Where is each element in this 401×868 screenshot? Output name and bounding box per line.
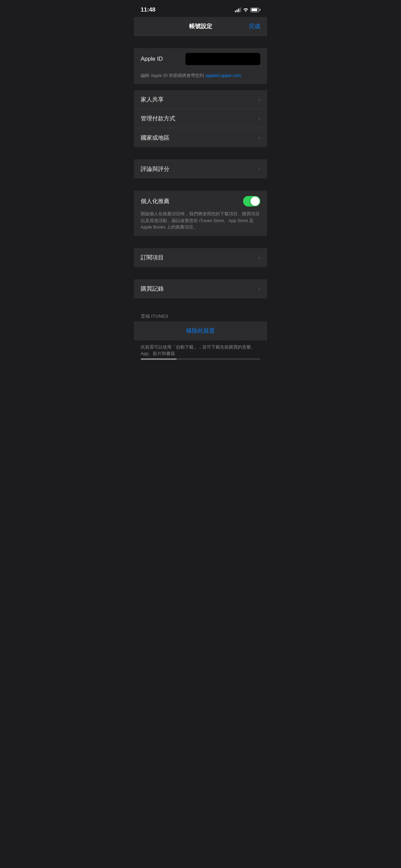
apple-id-value-field[interactable] — [185, 53, 260, 65]
wifi-icon — [243, 7, 248, 13]
subscriptions-section: 訂閱項目 › — [134, 248, 267, 267]
chevron-icon: › — [259, 166, 260, 172]
ratings-section: 評論與評分 › — [134, 159, 267, 178]
cloud-section-label: 雲端 ITUNES — [134, 311, 267, 321]
status-icons — [235, 7, 260, 13]
status-time: 11:48 — [141, 6, 155, 13]
section-gap-3 — [134, 147, 267, 159]
section-gap-4 — [134, 178, 267, 191]
personalization-description: 開啟個人化推薦項目時，我們將使用您的下載項目、購買項目以及其他活動，藉以改善您在… — [141, 211, 260, 231]
section-gap-6 — [134, 267, 267, 279]
remove-device-row[interactable]: 移除此裝置 — [134, 321, 267, 340]
section-gap-5 — [134, 236, 267, 248]
payment-method-row[interactable]: 管理付款方式 › — [134, 109, 267, 128]
subscriptions-label: 訂閱項目 — [141, 254, 259, 261]
menu-group-1: 家人共享 › 管理付款方式 › 國家或地區 › — [134, 90, 267, 147]
apple-id-label: Apple ID — [141, 56, 181, 62]
section-gap-1 — [134, 36, 267, 48]
done-button[interactable]: 完成 — [243, 22, 260, 30]
apple-id-section: Apple ID 編輯 Apple ID 和密碼將會帶您到 appleid.ap… — [134, 48, 267, 84]
status-bar: 11:48 — [134, 0, 267, 17]
chevron-icon: › — [259, 97, 260, 103]
apple-id-hint: 編輯 Apple ID 和密碼將會帶您到 appleid.apple.com — [134, 70, 267, 84]
signal-bars-icon — [235, 7, 241, 12]
chevron-icon: › — [259, 116, 260, 122]
country-region-row[interactable]: 國家或地區 › — [134, 128, 267, 147]
remove-device-section: 移除此裝置 — [134, 321, 267, 340]
chevron-icon: › — [259, 135, 260, 141]
chevron-icon: › — [259, 255, 260, 261]
country-region-label: 國家或地區 — [141, 134, 259, 142]
ratings-label: 評論與評分 — [141, 165, 259, 173]
nav-bar: 帳號設定 完成 — [134, 17, 267, 36]
toggle-knob — [250, 197, 260, 206]
family-sharing-label: 家人共享 — [141, 96, 259, 103]
personalization-label: 個人化推薦 — [141, 197, 169, 205]
progress-bar-fill — [141, 358, 177, 360]
footer-note: 此裝置可以使用「自動下載」，並可下載先前購買的音樂、App、影片和書籍 — [134, 340, 267, 367]
personalization-toggle-row: 個人化推薦 — [141, 196, 260, 206]
payment-method-label: 管理付款方式 — [141, 115, 259, 122]
ratings-row[interactable]: 評論與評分 › — [134, 159, 267, 178]
section-gap-2 — [134, 84, 267, 90]
personalization-toggle[interactable] — [243, 196, 260, 206]
personalization-section: 個人化推薦 開啟個人化推薦項目時，我們將使用您的下載項目、購買項目以及其他活動，… — [134, 191, 267, 236]
purchase-history-section: 購買記錄 › — [134, 279, 267, 298]
remove-device-button[interactable]: 移除此裝置 — [186, 327, 215, 335]
purchase-history-row[interactable]: 購買記錄 › — [134, 279, 267, 298]
apple-id-link[interactable]: appleid.apple.com — [205, 73, 241, 78]
purchase-history-label: 購買記錄 — [141, 285, 259, 293]
subscriptions-row[interactable]: 訂閱項目 › — [134, 248, 267, 267]
section-gap-7 — [134, 298, 267, 311]
chevron-icon: › — [259, 286, 260, 292]
progress-bar — [141, 358, 260, 360]
battery-icon — [250, 8, 260, 12]
nav-title: 帳號設定 — [158, 22, 243, 30]
apple-id-row[interactable]: Apple ID — [134, 48, 267, 70]
family-sharing-row[interactable]: 家人共享 › — [134, 90, 267, 109]
